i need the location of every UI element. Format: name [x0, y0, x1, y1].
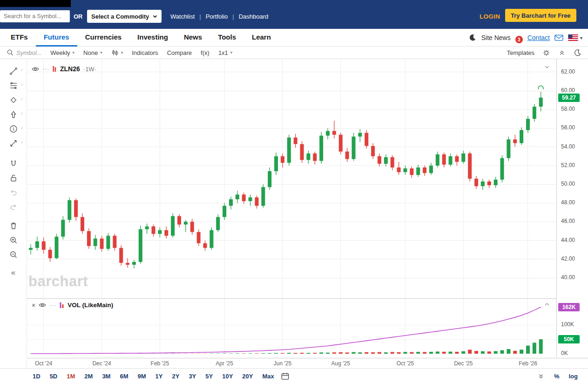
zoom-out-icon	[9, 250, 18, 259]
indicators-button[interactable]: Indicators	[132, 49, 158, 56]
compare-button[interactable]: Compare	[167, 49, 192, 56]
eye-visibility-icon[interactable]	[32, 67, 39, 72]
lock-icon	[9, 173, 18, 182]
delete-drawings-button[interactable]	[4, 218, 23, 233]
shapes-tool[interactable]: ›	[4, 93, 23, 107]
close-indicator-icon[interactable]: ×	[32, 302, 35, 309]
range-button-2m[interactable]: 2M	[80, 373, 97, 380]
chevron-down-icon: ▾	[121, 50, 123, 55]
try-barchart-free-button[interactable]: Try Barchart for Free	[505, 9, 576, 22]
templates-button[interactable]: Templates	[507, 49, 534, 56]
settings-gear-icon[interactable]	[542, 49, 550, 57]
series-menu-icon[interactable]: ···	[49, 302, 56, 309]
watchlist-link[interactable]: Watchlist	[170, 13, 195, 20]
redo-button[interactable]	[4, 199, 23, 214]
zoom-out-button[interactable]	[4, 247, 23, 262]
login-link[interactable]: LOGIN	[480, 13, 500, 20]
symbol-search-input[interactable]	[0, 10, 70, 22]
price-axis-label: 50.00	[561, 181, 575, 187]
range-button-1m[interactable]: 1M	[62, 373, 80, 380]
price-axis-label: 48.00	[561, 199, 575, 206]
chart-symbol-placeholder: Symbol...	[16, 49, 41, 56]
portfolio-link[interactable]: Portfolio	[206, 13, 228, 20]
date-axis-label: Dec '24	[89, 360, 115, 367]
frequency-dropdown[interactable]: Weekly▾	[50, 49, 74, 56]
trash-icon	[9, 221, 18, 230]
tab-etfs[interactable]: ETFs	[3, 29, 36, 47]
price-axis-label: 44.00	[561, 237, 575, 243]
range-button-3m[interactable]: 3M	[97, 373, 115, 380]
chevron-down-icon: ▾	[230, 50, 233, 55]
eye-visibility-icon[interactable]	[39, 303, 46, 308]
range-button-20y[interactable]: 20Y	[237, 373, 257, 380]
fibonacci-icon	[9, 81, 18, 90]
dark-mode-moon-icon[interactable]	[574, 49, 581, 57]
dashboard-link[interactable]: Dashboard	[239, 13, 269, 20]
tab-futures[interactable]: Futures	[36, 29, 77, 47]
tab-currencies[interactable]: Currencies	[77, 29, 129, 47]
collapse-sidebar-button[interactable]: «	[11, 268, 15, 277]
chart-symbol-search[interactable]: Symbol...	[7, 49, 41, 56]
chart-type-dropdown[interactable]: ▾	[111, 48, 123, 57]
price-pane-menu-chevron-icon[interactable]	[544, 65, 550, 69]
volume-pane-collapse-chevron-icon[interactable]	[544, 303, 550, 306]
fx-expressions-button[interactable]: f(x)	[201, 49, 210, 56]
range-button-6m[interactable]: 6M	[115, 373, 133, 380]
date-axis-label: Feb '25	[147, 360, 172, 367]
submenu-arrow-icon: ›	[21, 67, 22, 73]
site-news-link[interactable]: Site News	[481, 34, 511, 41]
percent-scale-button[interactable]: %	[554, 373, 560, 380]
magnet-tool[interactable]	[4, 156, 23, 170]
trendline-tool[interactable]: ›	[4, 64, 23, 78]
range-button-5d[interactable]: 5D	[45, 373, 62, 380]
volume-bar-badge: 50K	[558, 335, 580, 343]
locale-selector[interactable]: ▾	[568, 34, 582, 41]
price-volume-chart-canvas[interactable]	[27, 59, 556, 358]
drawing-tools-sidebar: › › › › 1› › «	[0, 59, 27, 368]
price-axis[interactable]: 59.27 162K 50K 100K 0K 40.0042.0044.0046…	[556, 59, 588, 358]
custom-date-range-button[interactable]	[281, 372, 290, 381]
date-axis[interactable]: Oct '24Dec '24Feb '25Apr '25Jun '25Aug '…	[27, 358, 588, 368]
range-button-max[interactable]: Max	[257, 373, 278, 380]
range-button-3y[interactable]: 3Y	[184, 373, 201, 380]
volume-axis-label: 0K	[561, 350, 568, 356]
range-button-2y[interactable]: 2Y	[167, 373, 184, 380]
lock-drawings-tool[interactable]	[4, 170, 23, 185]
or-label: OR	[74, 13, 83, 20]
log-scale-button[interactable]: log	[569, 373, 578, 380]
zoom-in-button[interactable]	[4, 233, 23, 247]
expand-down-icon[interactable]	[537, 373, 545, 380]
trendline-icon	[9, 67, 18, 76]
annotation-tool[interactable]: 1›	[4, 121, 23, 136]
svg-text:1: 1	[12, 126, 14, 131]
tab-learn[interactable]: Learn	[244, 29, 279, 47]
range-button-9m[interactable]: 9M	[133, 373, 151, 380]
barchart-app: OR Select a Commodity Watchlist | Portfo…	[0, 0, 588, 390]
volume-indicator-legend: × ··· VOL (LikeMain)	[32, 302, 113, 309]
volume-line-badge: 162K	[558, 303, 580, 311]
measure-tool[interactable]: ›	[4, 136, 23, 150]
range-button-1y[interactable]: 1Y	[151, 373, 168, 380]
dark-mode-moon-icon[interactable]	[468, 34, 477, 42]
range-button-1d[interactable]: 1D	[28, 373, 45, 380]
chart-workspace: › › › › 1› › « ··· ZLN26 ·1W·	[0, 59, 588, 368]
tab-tools[interactable]: Tools	[210, 29, 244, 47]
range-button-5y[interactable]: 5Y	[201, 373, 217, 380]
range-button-10y[interactable]: 10Y	[217, 373, 237, 380]
submenu-arrow-icon: ›	[21, 96, 22, 101]
series-menu-icon[interactable]: ···	[42, 66, 49, 72]
contact-link[interactable]: Contact	[527, 34, 550, 41]
tab-investing[interactable]: Investing	[129, 29, 176, 47]
tab-news[interactable]: News	[176, 29, 210, 47]
notification-badge: 3	[515, 36, 523, 43]
arrow-tool[interactable]: ›	[4, 107, 23, 121]
price-axis-label: 52.00	[561, 162, 575, 168]
undo-button[interactable]	[4, 185, 23, 199]
commodity-select[interactable]: Select a Commodity	[87, 10, 162, 23]
fibonacci-tool[interactable]: ›	[4, 78, 23, 93]
collapse-panel-icon[interactable]	[558, 49, 566, 56]
magnet-icon	[9, 159, 18, 168]
candlestick-type-icon	[111, 48, 119, 57]
comparison-dropdown[interactable]: None▾	[83, 49, 102, 56]
layout-grid-dropdown[interactable]: 1x1▾	[218, 49, 233, 56]
